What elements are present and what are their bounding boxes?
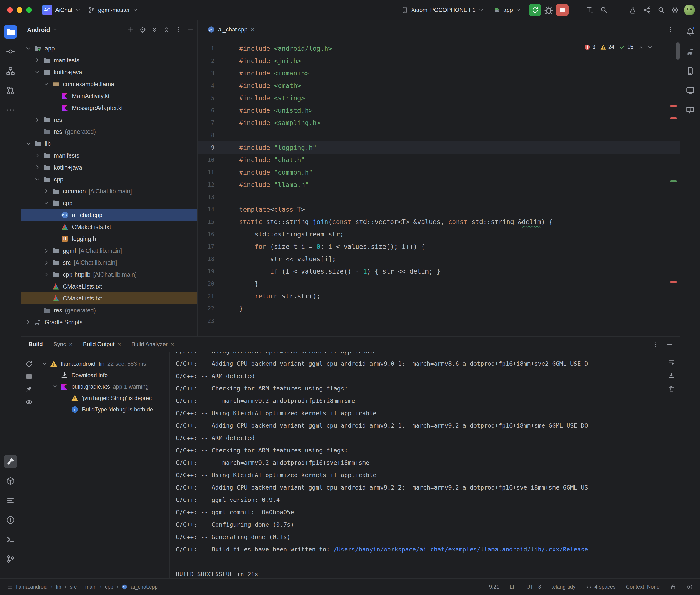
clang-tidy-status[interactable]: .clang-tidy: [552, 584, 576, 590]
error-stripe-mark[interactable]: [670, 105, 677, 107]
editor-scrollbar[interactable]: [676, 42, 679, 59]
chevron-collapsed-icon[interactable]: [43, 188, 52, 195]
indent-status[interactable]: 4 spaces: [586, 584, 615, 590]
build-output-path-link[interactable]: /Users/hanyin/Workspace/ai-chat/examples…: [333, 546, 588, 553]
search-everywhere-icon[interactable]: [657, 6, 665, 13]
breadcrumb-item[interactable]: src: [70, 584, 77, 590]
chevron-expanded-icon[interactable]: [52, 383, 60, 390]
chevron-expanded-icon[interactable]: [43, 81, 52, 87]
zoom-window-button[interactable]: [26, 7, 32, 13]
project-tree-item[interactable]: ggml[AiChat.lib.main]: [22, 245, 197, 257]
project-tree-item[interactable]: manifests: [22, 54, 197, 66]
structure-tool-icon[interactable]: [4, 64, 17, 78]
chevron-expanded-icon[interactable]: [25, 45, 34, 52]
passed-count[interactable]: 15: [619, 44, 633, 50]
hide-panel-icon[interactable]: [666, 341, 673, 348]
project-tree-item[interactable]: kotlin+java: [22, 162, 197, 173]
chevron-expanded-icon[interactable]: [34, 69, 43, 76]
breadcrumb-item[interactable]: lib: [56, 584, 61, 590]
cursor-position[interactable]: 9:21: [489, 584, 499, 590]
panel-options-icon[interactable]: [652, 341, 660, 348]
project-tree-item[interactable]: lib: [22, 138, 197, 149]
chevron-collapsed-icon[interactable]: [43, 259, 52, 266]
project-tree-item[interactable]: CMakeLists.txt: [22, 281, 197, 292]
search-edit-icon[interactable]: [600, 6, 608, 14]
chevron-collapsed-icon[interactable]: [34, 57, 43, 63]
tab-build-analyzer[interactable]: Build Analyzer×: [132, 341, 174, 348]
soft-wrap-icon[interactable]: [668, 359, 675, 366]
panel-options-icon[interactable]: [175, 26, 182, 33]
project-tree-item[interactable]: manifests: [22, 149, 197, 162]
build-tree-item[interactable]: 'jvmTarget: String' is deprec: [37, 392, 169, 404]
project-tree-item[interactable]: kotlin+java: [22, 66, 197, 78]
project-tree-item[interactable]: MessageAdapter.kt: [22, 102, 197, 114]
chevron-expanded-icon[interactable]: [25, 140, 34, 147]
filter-eye-icon[interactable]: [26, 399, 33, 406]
project-tree-item[interactable]: Hlogging.h: [22, 233, 197, 245]
line-separator[interactable]: LF: [510, 584, 516, 590]
chevron-expanded-icon[interactable]: [41, 361, 50, 367]
tab-options-icon[interactable]: [667, 26, 674, 33]
run-button[interactable]: [529, 4, 541, 16]
project-tree-item[interactable]: cpp: [22, 173, 197, 185]
stop-button[interactable]: [556, 4, 568, 16]
tab-sync[interactable]: Sync×: [53, 341, 73, 348]
chevron-collapsed-icon[interactable]: [34, 116, 43, 123]
expand-all-icon[interactable]: [151, 26, 158, 33]
project-tree-item[interactable]: CMakeLists.txt: [22, 292, 197, 304]
close-tab-icon[interactable]: ×: [171, 341, 174, 347]
notifications-icon[interactable]: [683, 25, 697, 38]
project-tree-item[interactable]: common[AiChat.lib.main]: [22, 185, 197, 197]
project-tree-item[interactable]: com.example.llama: [22, 78, 197, 90]
text-tool-icon[interactable]: [586, 6, 594, 14]
logcat-icon[interactable]: [614, 6, 622, 14]
warnings-count[interactable]: 24: [600, 44, 615, 50]
editor-tab[interactable]: C++ ai_chat.cpp ×: [202, 21, 260, 38]
hide-panel-icon[interactable]: [187, 26, 194, 33]
run-config-selector[interactable]: app: [489, 4, 525, 16]
close-tab-icon[interactable]: ×: [251, 26, 255, 33]
project-tree-item[interactable]: res(generated): [22, 126, 197, 138]
project-tree-item[interactable]: res: [22, 114, 197, 126]
problems-tool-icon[interactable]: [4, 513, 17, 527]
context-status[interactable]: Context: None: [626, 584, 660, 590]
device-selector[interactable]: Xiaomi POCOPHONE F1: [397, 4, 487, 16]
analysis-status-icon[interactable]: [687, 584, 693, 590]
project-tree-item[interactable]: cpp-httplib[AiChat.lib.main]: [22, 268, 197, 281]
project-tree-item[interactable]: Gradle Scripts: [22, 316, 197, 328]
error-stripe-mark[interactable]: [670, 117, 677, 119]
pull-requests-tool-icon[interactable]: [4, 84, 17, 97]
build-console[interactable]: C/C++: -- Using KleidiAI optimized kerne…: [169, 352, 663, 578]
pin-icon[interactable]: [26, 385, 33, 392]
chevron-collapsed-icon[interactable]: [43, 247, 52, 254]
breadcrumb-item[interactable]: llama.android: [16, 584, 48, 590]
debug-icon[interactable]: [543, 4, 554, 16]
more-actions-icon[interactable]: [570, 6, 578, 13]
project-tree-item[interactable]: app: [22, 42, 197, 54]
logcat-tool-icon[interactable]: [4, 494, 17, 507]
profiler-icon[interactable]: [628, 6, 637, 14]
change-stripe-mark[interactable]: [670, 180, 677, 182]
device-manager-icon[interactable]: [683, 64, 697, 78]
code-area[interactable]: 1#include <android/log.h>2#include <jni.…: [198, 39, 680, 336]
breadcrumb-item[interactable]: ai_chat.cpp: [131, 584, 158, 590]
inspections-widget[interactable]: 3 24 15: [582, 43, 655, 51]
chevron-collapsed-icon[interactable]: [25, 319, 34, 325]
file-encoding[interactable]: UTF-8: [526, 584, 541, 590]
device-explorer-icon[interactable]: [643, 6, 651, 14]
minimize-window-button[interactable]: [17, 7, 22, 13]
vcs-branch-widget[interactable]: ggml-master: [84, 4, 142, 16]
project-widget[interactable]: AC AiChat: [38, 2, 84, 18]
build-tree-item[interactable]: BuildType 'debug' is both de: [37, 404, 169, 415]
close-window-button[interactable]: [7, 7, 13, 13]
breadcrumb-item[interactable]: main: [85, 584, 96, 590]
project-tree-item[interactable]: res(generated): [22, 304, 197, 316]
app-quality-insights-icon[interactable]: [683, 103, 697, 117]
chevron-expanded-icon[interactable]: [43, 200, 52, 206]
error-stripe-mark[interactable]: [670, 281, 677, 283]
scroll-to-end-icon[interactable]: [668, 372, 675, 379]
close-tab-icon[interactable]: ×: [117, 341, 121, 347]
project-tool-icon[interactable]: [4, 25, 17, 38]
build-tree-item[interactable]: llama.android: fin22 sec, 583 ms: [37, 358, 169, 370]
breadcrumb-item[interactable]: cpp: [105, 584, 113, 590]
